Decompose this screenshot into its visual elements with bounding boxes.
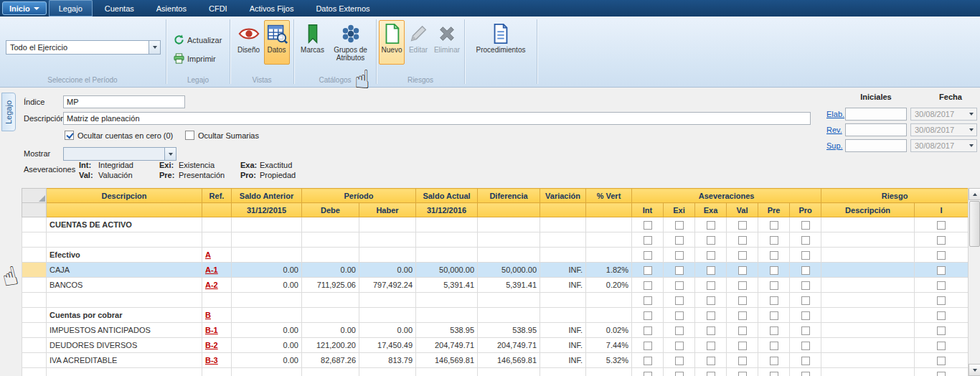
subheader-ref-empty[interactable] bbox=[202, 203, 232, 217]
asev-checkbox-pro[interactable] bbox=[801, 357, 810, 365]
subheader-diferencia-empty[interactable] bbox=[478, 203, 540, 217]
asev-checkbox-int[interactable] bbox=[644, 236, 652, 245]
row-selector[interactable] bbox=[22, 338, 47, 353]
asev-checkbox-int[interactable] bbox=[644, 311, 652, 320]
riesgo-i-checkbox[interactable] bbox=[937, 326, 946, 335]
asev-checkbox-exi[interactable] bbox=[675, 372, 684, 376]
riesgo-i-checkbox[interactable] bbox=[937, 281, 946, 290]
cell-debe[interactable]: 121,200.20 bbox=[302, 338, 359, 353]
asev-checkbox-int[interactable] bbox=[644, 251, 652, 260]
cell-diferencia[interactable]: 5,391.41 bbox=[478, 278, 540, 293]
asev-checkbox-pro[interactable] bbox=[801, 342, 810, 350]
cell-vert[interactable]: 0.02% bbox=[586, 323, 632, 338]
cell-haber[interactable] bbox=[359, 368, 416, 376]
asev-checkbox-exa[interactable] bbox=[707, 266, 715, 275]
asev-checkbox-pro[interactable] bbox=[801, 326, 810, 335]
editar-button[interactable]: Editar bbox=[405, 20, 431, 65]
mostrar-dropdown[interactable] bbox=[63, 147, 176, 161]
subheader-fecha-actual[interactable]: 31/12/2016 bbox=[416, 203, 478, 217]
ref-link[interactable]: B-2 bbox=[205, 341, 218, 349]
cell-vert[interactable] bbox=[586, 217, 632, 232]
row-selector[interactable] bbox=[22, 308, 47, 323]
cell-saldo-anterior[interactable] bbox=[232, 293, 302, 308]
scroll-down-button[interactable] bbox=[969, 364, 980, 376]
cell-saldo-anterior[interactable]: 0.00 bbox=[232, 353, 302, 368]
cell-saldo-anterior[interactable] bbox=[232, 308, 302, 323]
asev-checkbox-pre[interactable] bbox=[770, 342, 778, 350]
cell-saldo-anterior[interactable] bbox=[232, 217, 302, 232]
asev-checkbox-int[interactable] bbox=[644, 266, 652, 275]
indice-input[interactable] bbox=[63, 95, 185, 108]
grid-row[interactable] bbox=[22, 232, 969, 248]
asev-checkbox-exi[interactable] bbox=[675, 221, 684, 230]
asev-checkbox-pre[interactable] bbox=[770, 236, 778, 245]
asev-checkbox-pre[interactable] bbox=[770, 296, 778, 305]
cell-haber[interactable] bbox=[359, 248, 416, 263]
asev-checkbox-exa[interactable] bbox=[707, 281, 715, 290]
riesgo-i-checkbox[interactable] bbox=[937, 296, 946, 305]
cell-riesgo-descripcion[interactable] bbox=[821, 263, 915, 278]
cell-vert[interactable]: 0.20% bbox=[586, 278, 632, 293]
grid-row[interactable]: CUENTAS DE ACTIVO bbox=[22, 217, 969, 232]
cell-diferencia[interactable]: 146,569.81 bbox=[478, 353, 540, 368]
cell-variacion[interactable] bbox=[540, 248, 586, 263]
cell-saldo-anterior[interactable] bbox=[232, 368, 302, 376]
ref-link[interactable]: B bbox=[205, 311, 211, 319]
cell-saldo-anterior[interactable] bbox=[232, 248, 302, 263]
asev-checkbox-exa[interactable] bbox=[707, 236, 715, 245]
cell-diferencia[interactable]: 204,749.71 bbox=[478, 338, 540, 353]
asev-checkbox-val[interactable] bbox=[738, 281, 747, 290]
asev-checkbox-exi[interactable] bbox=[675, 311, 684, 320]
cell-debe[interactable] bbox=[302, 308, 359, 323]
asev-checkbox-pro[interactable] bbox=[801, 236, 810, 245]
vertical-scrollbar[interactable] bbox=[968, 188, 980, 376]
col-header-saldo-actual[interactable]: Saldo Actual bbox=[416, 189, 478, 203]
asev-checkbox-pre[interactable] bbox=[770, 266, 778, 275]
ref-link[interactable]: A bbox=[205, 250, 211, 259]
cell-descripcion[interactable] bbox=[47, 293, 202, 308]
col-header-diferencia[interactable]: Diferencia bbox=[478, 189, 540, 203]
cell-haber[interactable]: 17,450.49 bbox=[359, 338, 416, 353]
ref-link[interactable]: B-1 bbox=[205, 326, 218, 334]
cell-haber[interactable] bbox=[359, 293, 416, 308]
chevron-down-icon[interactable] bbox=[969, 113, 974, 116]
asev-checkbox-val[interactable] bbox=[738, 251, 747, 260]
grid-row[interactable]: CAJAA-10.000.000.0050,000.0050,000.00INF… bbox=[22, 263, 969, 278]
cell-descripcion[interactable]: IVA ACREDITABLE bbox=[47, 353, 202, 368]
side-tab-legajo[interactable]: Legajo bbox=[1, 93, 16, 131]
cell-variacion[interactable]: INF. bbox=[540, 263, 586, 278]
cell-saldo-actual[interactable] bbox=[416, 293, 478, 308]
cell-vert[interactable]: 7.44% bbox=[586, 338, 632, 353]
asev-checkbox-exa[interactable] bbox=[707, 311, 715, 320]
grid-row[interactable]: BANCOSA-20.00711,925.06797,492.245,391.4… bbox=[22, 278, 969, 293]
cell-debe[interactable] bbox=[302, 217, 359, 232]
cell-riesgo-descripcion[interactable] bbox=[821, 353, 915, 368]
riesgo-i-checkbox[interactable] bbox=[937, 221, 946, 230]
asev-checkbox-exi[interactable] bbox=[675, 236, 684, 245]
asev-checkbox-val[interactable] bbox=[738, 372, 747, 376]
cell-descripcion[interactable]: DEUDORES DIVERSOS bbox=[47, 338, 202, 353]
cell-saldo-anterior[interactable]: 0.00 bbox=[232, 278, 302, 293]
rev-iniciales-field[interactable] bbox=[845, 123, 907, 136]
cell-vert[interactable] bbox=[586, 368, 632, 376]
asev-checkbox-pre[interactable] bbox=[770, 251, 778, 260]
diseno-button[interactable]: Diseño bbox=[235, 20, 263, 65]
asev-checkbox-val[interactable] bbox=[738, 342, 747, 350]
col-header-ref[interactable]: Ref. bbox=[202, 189, 232, 203]
col-header-riesgo[interactable]: Riesgo bbox=[821, 189, 969, 203]
asev-checkbox-exa[interactable] bbox=[707, 342, 715, 350]
cell-riesgo-descripcion[interactable] bbox=[821, 232, 915, 248]
row-selector[interactable] bbox=[22, 217, 47, 232]
cell-riesgo-descripcion[interactable] bbox=[821, 338, 915, 353]
col-header-vert[interactable]: % Vert bbox=[586, 189, 632, 203]
asev-checkbox-pro[interactable] bbox=[801, 281, 810, 290]
cell-variacion[interactable] bbox=[540, 293, 586, 308]
asev-checkbox-pro[interactable] bbox=[801, 372, 810, 376]
cell-debe[interactable]: 0.00 bbox=[302, 263, 359, 278]
cell-diferencia[interactable]: 538.95 bbox=[478, 323, 540, 338]
subheader-asev-pro[interactable]: Pro bbox=[790, 203, 821, 217]
cell-saldo-actual[interactable]: 146,569.81 bbox=[416, 353, 478, 368]
cell-diferencia[interactable] bbox=[478, 217, 540, 232]
subheader-vert-empty[interactable] bbox=[586, 203, 632, 217]
asev-checkbox-val[interactable] bbox=[738, 296, 747, 305]
